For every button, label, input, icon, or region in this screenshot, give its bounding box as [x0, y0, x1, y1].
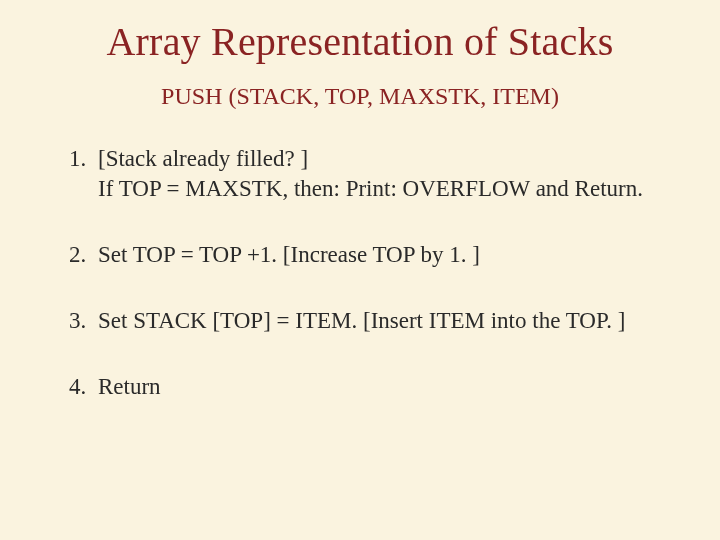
step-line: [Stack already filled? ] [98, 144, 684, 174]
step-line: Set TOP = TOP +1. [Increase TOP by 1. ] [98, 240, 684, 270]
step-line: Set STACK [TOP] = ITEM. [Insert ITEM int… [98, 306, 684, 336]
slide: Array Representation of Stacks PUSH (STA… [0, 0, 720, 540]
step-item: Set TOP = TOP +1. [Increase TOP by 1. ] [92, 240, 684, 270]
page-title: Array Representation of Stacks [36, 18, 684, 65]
step-item: Set STACK [TOP] = ITEM. [Insert ITEM int… [92, 306, 684, 336]
step-line: Return [98, 372, 684, 402]
step-item: [Stack already filled? ] If TOP = MAXSTK… [92, 144, 684, 204]
step-line: If TOP = MAXSTK, then: Print: OVERFLOW a… [98, 174, 684, 204]
steps-list: [Stack already filled? ] If TOP = MAXSTK… [36, 144, 684, 401]
algorithm-signature: PUSH (STACK, TOP, MAXSTK, ITEM) [36, 83, 684, 110]
step-item: Return [92, 372, 684, 402]
